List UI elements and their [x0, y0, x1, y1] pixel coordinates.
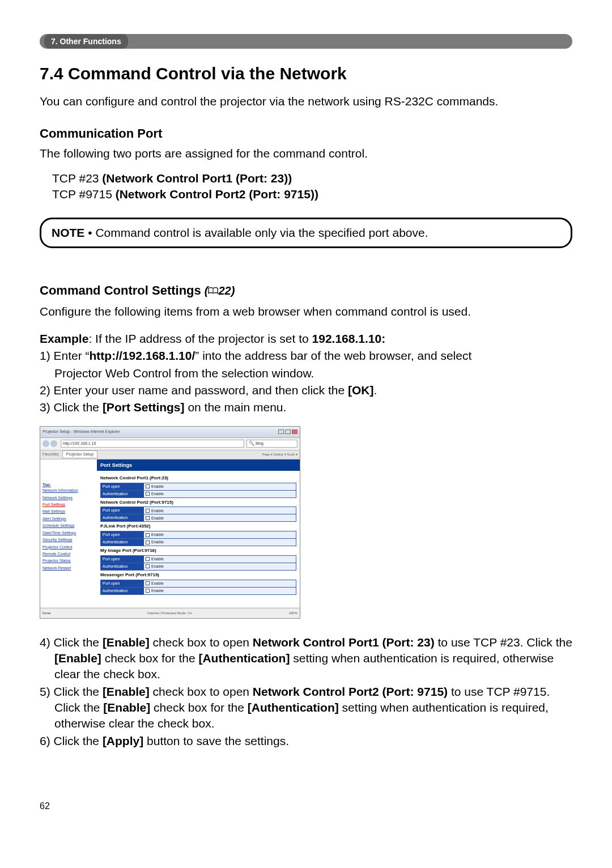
step-bold: [Enable]	[103, 685, 150, 698]
port-line-1: TCP #23 (Network Control Port1 (Port: 23…	[52, 171, 572, 186]
step-bold: Network Control Port2 (Port: 9715)	[253, 685, 448, 698]
ccs-example-line: Example: If the IP address of the projec…	[40, 331, 572, 347]
enable-checkbox[interactable]	[146, 516, 150, 520]
enable-checkbox[interactable]	[146, 533, 150, 537]
sidebar-item[interactable]: Remote Control	[42, 551, 95, 556]
setting-value: Enable	[144, 491, 296, 497]
sidebar-item[interactable]: Projector Status	[42, 558, 95, 563]
enable-checkbox[interactable]	[146, 484, 150, 488]
ccs-steps-after: 4) Click the [Enable] check box to open …	[40, 635, 572, 749]
setting-value-text: Enable	[151, 581, 164, 586]
step-num: 6)	[40, 734, 54, 747]
enable-checkbox[interactable]	[146, 492, 150, 496]
sidebar-item[interactable]: Projector Control	[42, 544, 95, 550]
setting-row: Port openEnable	[100, 483, 296, 491]
group-label: PJLink Port (Port:4352)	[100, 524, 296, 530]
sidebar-item[interactable]: Network Restart	[42, 565, 95, 571]
sidebar-item[interactable]: Schedule Settings	[42, 523, 95, 528]
min-button[interactable]	[278, 429, 284, 434]
setting-row: AuthenticationEnable	[100, 538, 296, 546]
forward-button[interactable]	[50, 440, 57, 447]
sidebar-item[interactable]: Mail Settings	[42, 509, 95, 514]
ccs-example-ip: 192.168.1.10:	[312, 332, 386, 345]
search-input[interactable]: 🔍Bing	[246, 440, 298, 448]
note-bullet: •	[84, 226, 95, 239]
toolbar-menus[interactable]: Page ▾ Safety ▾ Tools ▾	[262, 452, 298, 457]
favorites-label[interactable]: Favorites	[42, 452, 59, 457]
setting-name: Authentication	[101, 491, 144, 497]
setting-value: Enable	[144, 539, 296, 546]
step-num: 5)	[40, 685, 54, 698]
setting-value-text: Enable	[151, 484, 164, 489]
close-button[interactable]	[292, 429, 298, 434]
status-left: Done	[42, 611, 50, 615]
setting-value-text: Enable	[151, 532, 164, 537]
comm-port-lead: The following two ports are assigned for…	[40, 146, 572, 161]
setting-name: Authentication	[101, 514, 144, 521]
enable-checkbox[interactable]	[146, 557, 150, 561]
setting-value-text: Enable	[151, 516, 164, 521]
sidebar-item[interactable]: Port Settings	[42, 502, 95, 507]
enable-checkbox[interactable]	[146, 509, 150, 513]
ccs-ref: (22)	[205, 283, 235, 299]
browser-tab[interactable]: Projector Setup	[62, 450, 97, 458]
panel-title: Port Settings	[97, 459, 300, 471]
step-num: 3)	[40, 401, 54, 414]
max-button[interactable]	[285, 429, 291, 434]
ccs-example-rest: : If the IP address of the projector is …	[88, 332, 312, 345]
step-num: 2)	[40, 384, 54, 397]
url-input[interactable]: http://192.168.1.10	[61, 440, 244, 448]
sidebar: Top: Network InformationNetwork Settings…	[40, 459, 97, 607]
port-line-2-prefix: TCP #9715	[52, 188, 116, 201]
enable-checkbox[interactable]	[146, 541, 150, 544]
step-text: on the main menu.	[185, 401, 287, 414]
sidebar-item[interactable]: Network Information	[42, 488, 95, 493]
step-bold: [Authentication]	[198, 652, 290, 665]
setting-row: AuthenticationEnable	[100, 514, 296, 522]
step-text: Click the	[54, 636, 103, 649]
step-bold: [Enable]	[54, 652, 101, 665]
step-bold: [OK]	[348, 384, 374, 397]
setting-row: Port openEnable	[100, 507, 296, 514]
step-text: Click the	[54, 401, 103, 414]
sidebar-item[interactable]: Date/Time Settings	[42, 530, 95, 535]
enable-checkbox[interactable]	[146, 581, 150, 585]
browser-screenshot: Projector Setup - Windows Internet Explo…	[40, 426, 300, 619]
ccs-ref-close: )	[231, 284, 235, 297]
sidebar-item[interactable]: Network Settings	[42, 495, 95, 500]
group-label: My Image Port (Port:9716)	[100, 548, 296, 554]
note-text: Command control is available only via th…	[95, 226, 428, 239]
sidebar-item[interactable]: Alert Settings	[42, 516, 95, 521]
search-placeholder: Bing	[256, 441, 264, 446]
ccs-heading: Command Control Settings	[40, 282, 201, 299]
setting-value: Enable	[144, 507, 296, 514]
step-num: 1)	[40, 349, 54, 362]
step-bold: [Port Settings]	[103, 401, 185, 414]
ccs-step: 5) Click the [Enable] check box to open …	[40, 684, 572, 732]
enable-checkbox[interactable]	[146, 589, 150, 593]
note-label: NOTE	[52, 226, 84, 239]
window-titlebar: Projector Setup - Windows Internet Explo…	[40, 427, 300, 438]
main-panel: Port Settings Network Control Port1 (Por…	[97, 459, 300, 607]
back-button[interactable]	[42, 440, 49, 447]
setting-name: Authentication	[101, 588, 144, 594]
ccs-ref-page: 22	[218, 284, 231, 297]
chapter-badge: 7. Other Functions	[44, 34, 128, 49]
port-line-1-bold: (Network Control Port1 (Port: 23))	[102, 172, 292, 185]
ccs-step-2: 2) Enter your user name and password, an…	[40, 382, 572, 398]
group-label: Network Control Port2 (Port:9715)	[100, 500, 296, 506]
setting-value: Enable	[144, 580, 296, 587]
sidebar-item[interactable]: Security Settings	[42, 537, 95, 542]
sidebar-top[interactable]: Top:	[42, 482, 95, 487]
step-num: 4)	[40, 636, 54, 649]
status-zoom[interactable]: 100%	[289, 611, 298, 615]
ccs-step: 6) Click the [Apply] button to save the …	[40, 733, 572, 749]
window-title: Projector Setup - Windows Internet Explo…	[42, 429, 120, 434]
section-intro: You can configure and control the projec…	[40, 93, 572, 109]
enable-checkbox[interactable]	[146, 564, 150, 568]
tab-bar: Favorites Projector Setup Page ▾ Safety …	[40, 450, 300, 459]
setting-name: Authentication	[101, 539, 144, 546]
setting-name: Authentication	[101, 563, 144, 570]
note-box: NOTE • Command control is available only…	[40, 218, 572, 248]
ccs-ref-open: (	[205, 284, 209, 297]
